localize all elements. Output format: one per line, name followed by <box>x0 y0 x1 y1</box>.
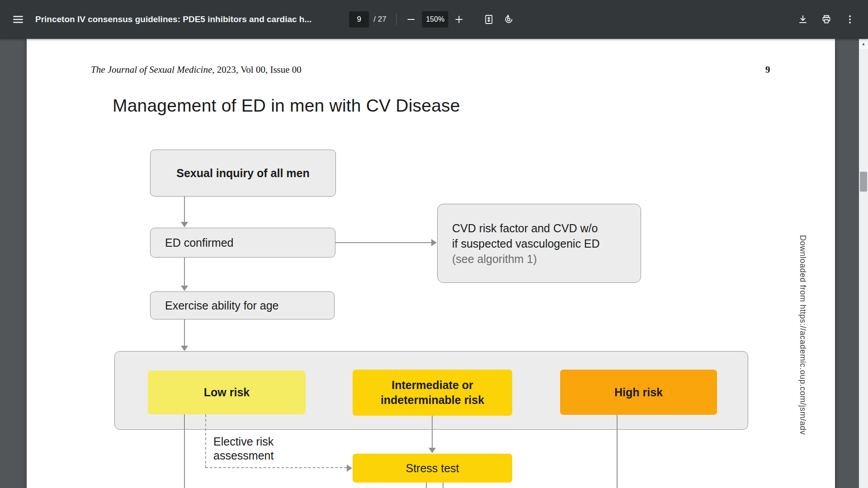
journal-issue: , 2023, Vol 00, Issue 00 <box>212 64 302 75</box>
scrollbar[interactable]: ▲ <box>859 39 868 488</box>
flow-line-stub <box>426 483 427 488</box>
flow-box-exercise-label: Exercise ability for age <box>165 299 334 312</box>
flow-line-stub <box>443 483 443 488</box>
flow-line-low-risk-down <box>184 414 185 488</box>
flow-box-cvd-risk: CVD risk factor and CVD w/o if suspected… <box>437 204 641 283</box>
minus-icon <box>406 14 417 25</box>
cvd-line3: (see algorithm 1) <box>452 251 641 267</box>
flow-arrow-line <box>184 197 185 222</box>
menu-icon <box>12 14 24 25</box>
fit-page-icon <box>484 14 495 25</box>
flow-arrow-line <box>184 258 185 286</box>
pdf-viewer: Princeton IV consensus guidelines: PDE5 … <box>0 0 868 488</box>
scroll-up-button[interactable]: ▲ <box>859 39 868 49</box>
more-vertical-icon <box>844 14 855 25</box>
journal-header: The Journal of Sexual Medicine, 2023, Vo… <box>91 64 302 75</box>
pdf-toolbar: Princeton IV consensus guidelines: PDE5 … <box>0 0 868 39</box>
flow-arrowhead <box>347 465 352 472</box>
flow-arrowhead <box>181 286 188 291</box>
flow-dashed-line <box>205 467 347 468</box>
scrollbar-thumb[interactable] <box>860 172 867 192</box>
zoom-out-button[interactable] <box>401 9 421 29</box>
download-button[interactable] <box>793 9 813 29</box>
flow-arrow-line <box>432 416 433 448</box>
flow-arrowhead <box>181 346 188 351</box>
flow-box-stress-test-label: Stress test <box>406 462 459 475</box>
flow-box-stress-test: Stress test <box>353 454 512 483</box>
menu-button[interactable] <box>8 9 28 29</box>
toolbar-left: Princeton IV consensus guidelines: PDE5 … <box>8 0 311 39</box>
print-button[interactable] <box>816 9 836 29</box>
risk-box-intermediate: Intermediate or indeterminable risk <box>353 370 512 416</box>
risk-box-high: High risk <box>560 370 717 415</box>
pdf-page: The Journal of Sexual Medicine, 2023, Vo… <box>27 39 835 488</box>
risk-box-low: Low risk <box>148 371 306 414</box>
risk-box-intermediate-line1: Intermediate or <box>392 378 473 393</box>
pdf-content-area: The Journal of Sexual Medicine, 2023, Vo… <box>0 39 868 488</box>
flow-dashed-line <box>205 414 206 468</box>
flow-box-ed-confirmed: ED confirmed <box>150 228 335 258</box>
toolbar-center: / 27 150% <box>349 0 519 39</box>
running-header: The Journal of Sexual Medicine, 2023, Vo… <box>27 64 835 78</box>
zoom-level[interactable]: 150% <box>422 11 448 28</box>
flow-arrowhead <box>431 239 437 246</box>
risk-box-high-label: High risk <box>614 385 663 400</box>
figure-title: Management of ED in men with CV Disease <box>113 96 460 116</box>
download-watermark: Downloaded from https://academic.oup.com… <box>798 235 807 488</box>
flow-arrowhead <box>181 222 188 227</box>
rotate-button[interactable] <box>499 9 519 29</box>
page-number-input[interactable] <box>349 11 369 28</box>
fit-page-button[interactable] <box>479 9 499 29</box>
journal-name: The Journal of Sexual Medicine <box>91 64 212 75</box>
flow-line-high-risk-down <box>617 415 618 488</box>
risk-box-low-label: Low risk <box>204 385 250 400</box>
risk-box-intermediate-line2: indeterminable risk <box>381 393 484 408</box>
page-number: 9 <box>765 64 770 75</box>
flow-box-ed-confirmed-label: ED confirmed <box>165 236 335 249</box>
flow-box-sexual-inquiry: Sexual inquiry of all men <box>150 150 336 197</box>
elective-risk-label: Elective risk assessment <box>213 435 274 463</box>
flow-box-exercise-ability: Exercise ability for age <box>150 291 335 319</box>
elective-line1: Elective risk <box>213 435 274 449</box>
rotate-icon <box>504 14 514 25</box>
flow-arrow-line <box>184 319 185 346</box>
cvd-line1: CVD risk factor and CVD w/o <box>452 221 641 236</box>
page-count-label: / 27 <box>373 15 386 24</box>
zoom-in-button[interactable] <box>449 9 469 29</box>
flow-arrow-line <box>335 242 432 243</box>
flow-arrowhead <box>429 448 436 453</box>
more-options-button[interactable] <box>840 9 860 29</box>
plus-icon <box>454 14 465 25</box>
toolbar-divider <box>396 14 397 25</box>
cvd-line2: if suspected vasculogenic ED <box>452 236 641 251</box>
flow-box-sexual-inquiry-label: Sexual inquiry of all men <box>176 167 310 180</box>
download-icon <box>797 14 808 25</box>
toolbar-right <box>793 0 860 39</box>
print-icon <box>821 14 832 25</box>
elective-line2: assessment <box>213 449 274 463</box>
document-title: Princeton IV consensus guidelines: PDE5 … <box>35 14 311 24</box>
